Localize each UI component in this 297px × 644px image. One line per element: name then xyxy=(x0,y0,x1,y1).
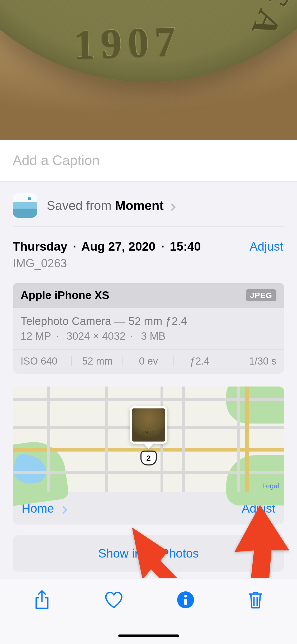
stat-shutter: 1/30 s xyxy=(225,356,276,367)
lens-line: Telephoto Camera — 52 mm ƒ2.4 xyxy=(21,315,276,328)
filename: IMG_0263 xyxy=(13,257,201,270)
svg-point-3 xyxy=(184,595,187,597)
chevron-right-icon xyxy=(168,204,176,211)
favorite-button[interactable] xyxy=(98,587,130,613)
heart-icon xyxy=(104,591,124,609)
saved-from-app: Moment xyxy=(115,199,164,213)
resolution-line: 12 MP· 3024 × 4032· 3 MB xyxy=(21,330,276,342)
share-icon xyxy=(34,590,50,610)
saved-from-row[interactable]: Saved from Moment xyxy=(13,188,284,227)
caption-input[interactable] xyxy=(13,152,284,168)
highway-shield-icon: 2 xyxy=(140,451,157,466)
share-button[interactable] xyxy=(27,586,57,614)
camera-device: Apple iPhone XS xyxy=(21,289,109,302)
home-indicator[interactable] xyxy=(118,634,179,637)
chevron-right-icon xyxy=(59,506,67,514)
stat-focal: 52 mm xyxy=(72,356,123,367)
bottom-toolbar xyxy=(0,578,297,644)
info-icon xyxy=(177,591,194,608)
file-type-badge: JPEG xyxy=(246,289,276,301)
stat-ev: 0 ev xyxy=(123,356,174,367)
date-info: Thursday · Aug 27, 2020 · 15:40 IMG_0263 xyxy=(13,239,201,270)
map-pin-thumbnail xyxy=(130,406,167,444)
delete-button[interactable] xyxy=(241,586,270,614)
stat-aperture: ƒ2.4 xyxy=(174,356,225,367)
moment-app-icon xyxy=(13,193,37,218)
svg-rect-4 xyxy=(184,599,187,605)
camera-stats-row: ISO 640 52 mm 0 ev ƒ2.4 1/30 s xyxy=(13,350,284,374)
caption-row xyxy=(0,140,297,182)
photo-preview[interactable]: 1907 CA xyxy=(0,0,297,140)
map-legal-credit: Legal xyxy=(262,482,279,490)
date-time: 15:40 xyxy=(170,240,201,253)
info-button[interactable] xyxy=(171,587,200,613)
saved-from-text: Saved from Moment xyxy=(47,198,175,213)
date-date: Aug 27, 2020 xyxy=(81,240,155,253)
stat-iso: ISO 640 xyxy=(21,356,72,367)
show-in-all-photos-row: Show in All Photos xyxy=(13,535,284,572)
show-in-all-photos-button[interactable]: Show in All Photos xyxy=(98,546,199,560)
date-weekday: Thursday xyxy=(13,240,67,253)
map-canvas[interactable]: 2 Legal xyxy=(13,387,284,492)
coin-year-text: 1907 xyxy=(73,17,182,69)
saved-from-prefix: Saved from xyxy=(47,199,115,213)
map-pin: 2 xyxy=(130,406,167,466)
adjust-date-button[interactable]: Adjust xyxy=(248,239,284,254)
camera-info-card: Apple iPhone XS JPEG Telephoto Camera — … xyxy=(13,283,284,374)
location-map-card[interactable]: 2 Legal Home Adjust xyxy=(13,387,284,525)
trash-icon xyxy=(248,590,263,609)
